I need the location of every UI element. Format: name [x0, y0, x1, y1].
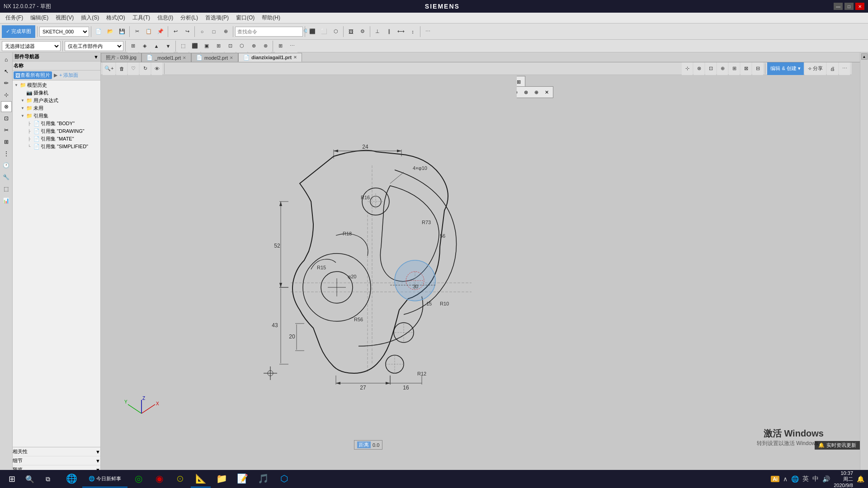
- print-btn[interactable]: 🖨: [827, 62, 838, 75]
- tree-unused[interactable]: ▼ 📁 未用: [14, 104, 99, 112]
- sidebar-layers[interactable]: ⬚: [1, 183, 12, 194]
- filter-select[interactable]: 无选择过滤器: [2, 41, 61, 51]
- sketch-action-3[interactable]: ⊡: [705, 62, 716, 75]
- tab-main-close[interactable]: ✕: [293, 55, 297, 60]
- tab-model2[interactable]: 📄 model2.prt ✕: [191, 53, 238, 62]
- tab-model1-close[interactable]: ✕: [183, 56, 186, 60]
- constraint-1[interactable]: ⊥: [372, 25, 383, 38]
- layer-btn6[interactable]: ⬡: [236, 40, 247, 52]
- zoom-in-btn[interactable]: 🔍+: [103, 62, 115, 75]
- view3d-button[interactable]: ⬛: [307, 25, 318, 38]
- taskbar-app-search[interactable]: 🌐 今日新鲜事: [82, 470, 127, 488]
- scope-select[interactable]: 仅在工作部件内: [65, 41, 123, 51]
- menu-analysis[interactable]: 分析(L): [177, 13, 202, 23]
- detail-section[interactable]: 细节 ▼: [13, 456, 100, 465]
- cut-button[interactable]: ✂: [132, 25, 142, 38]
- constraint-2[interactable]: ∥: [384, 25, 395, 38]
- minimize-button[interactable]: —: [834, 3, 843, 10]
- box-button[interactable]: ⬜: [319, 25, 330, 38]
- taskbar-search[interactable]: 🔍: [22, 471, 38, 487]
- maximize-button[interactable]: □: [844, 3, 854, 10]
- tree-model-history[interactable]: ▼ 📁 模型历史: [14, 81, 99, 89]
- menu-prefs[interactable]: 首选项(P): [202, 13, 232, 23]
- save-button[interactable]: 💾: [117, 25, 127, 38]
- sketch-action-6[interactable]: ⊠: [741, 62, 751, 75]
- sketch-action-4[interactable]: ⊕: [717, 62, 728, 75]
- ct-btn8[interactable]: ✕: [542, 87, 552, 97]
- taskbar-app-explorer[interactable]: 📁: [212, 470, 231, 488]
- curve-button[interactable]: ⬡: [330, 25, 341, 38]
- tree-refset-mate[interactable]: ├ 📄 引用集 "MATE": [14, 135, 99, 143]
- photo-btn[interactable]: 🖼: [345, 25, 356, 38]
- system-clock[interactable]: 10:37 周二 2020/9/8: [834, 470, 853, 488]
- tree-camera[interactable]: 📷 摄像机: [14, 89, 99, 97]
- open-button[interactable]: 📂: [105, 25, 116, 38]
- tree-refset-drawing[interactable]: ├ 📄 引用集 "DRAWING": [14, 127, 99, 135]
- rect-button[interactable]: □: [208, 25, 219, 38]
- menu-view[interactable]: 视图(V): [52, 13, 77, 23]
- taskbar-app-media[interactable]: 🎵: [253, 470, 273, 488]
- sidebar-draw[interactable]: ✏: [1, 78, 12, 89]
- menu-help[interactable]: 帮助(H): [258, 13, 284, 23]
- menu-info[interactable]: 信息(I): [154, 13, 177, 23]
- view-up[interactable]: ▲: [151, 40, 162, 52]
- delete-btn[interactable]: 🗑: [116, 62, 127, 75]
- view-orient[interactable]: ◈: [139, 40, 150, 52]
- network-icon[interactable]: 🌐: [791, 475, 799, 483]
- tree-userexpr[interactable]: ▼ 📁 用户表达式: [14, 97, 99, 104]
- circle-button[interactable]: ○: [197, 25, 208, 38]
- sketch-action-1[interactable]: ⊹: [682, 62, 693, 75]
- more-tools[interactable]: ⋯: [422, 25, 433, 38]
- refresh-btn[interactable]: ↻: [140, 62, 151, 75]
- menu-insert[interactable]: 插入(S): [77, 13, 103, 23]
- menu-task[interactable]: 任务(F): [2, 13, 27, 23]
- redo-button[interactable]: ↪: [182, 25, 193, 38]
- ct-btn6[interactable]: ⊗: [521, 87, 531, 97]
- sidebar-select[interactable]: ↖: [1, 66, 12, 77]
- view-all-photos-btn[interactable]: 🖼 查看所有照片: [14, 71, 52, 79]
- layer-btn5[interactable]: ⊡: [225, 40, 236, 52]
- taskbar-app-green[interactable]: ◎: [128, 470, 148, 488]
- taskbar-app-red[interactable]: ◉: [149, 470, 169, 488]
- sketch-action-2[interactable]: ⊗: [693, 62, 704, 75]
- snap-button[interactable]: ⊕: [220, 25, 231, 38]
- layer-btn8[interactable]: ⊗: [260, 40, 271, 52]
- sketch-action-5[interactable]: ⊞: [729, 62, 740, 75]
- taskbar-app-blue[interactable]: ⬡: [274, 470, 294, 488]
- snap-btn[interactable]: ⊞: [275, 40, 286, 52]
- ct-btn7[interactable]: ⊕: [531, 87, 541, 97]
- sketch-action-7[interactable]: ⊟: [752, 62, 763, 75]
- layer-btn2[interactable]: ⬛: [189, 40, 200, 52]
- view-down[interactable]: ▼: [163, 40, 174, 52]
- menu-edit[interactable]: 编辑(E): [27, 13, 52, 23]
- finish-sketch-button[interactable]: ✓ 完成草图: [2, 25, 35, 38]
- snap-grid[interactable]: ⊞: [127, 40, 138, 52]
- copy-button[interactable]: 📋: [143, 25, 154, 38]
- taskbar-app-word[interactable]: 📝: [232, 470, 252, 488]
- constraint-4[interactable]: ↕: [407, 25, 418, 38]
- expand-btn[interactable]: ▶: [54, 72, 57, 78]
- settings-btn[interactable]: ⚙: [357, 25, 368, 38]
- input-icon[interactable]: 中: [812, 475, 819, 483]
- sidebar-constraint[interactable]: ⊗: [1, 101, 12, 112]
- sidebar-offset[interactable]: ⊞: [1, 136, 12, 147]
- menu-window[interactable]: 窗口(O): [232, 13, 258, 23]
- new-button[interactable]: 📄: [93, 25, 104, 38]
- layer-btn4[interactable]: ⊞: [213, 40, 224, 52]
- layer-btn7[interactable]: ⊕: [248, 40, 259, 52]
- start-button[interactable]: ⊞: [4, 471, 20, 487]
- menu-format[interactable]: 格式(O): [103, 13, 128, 23]
- edit-create-btn[interactable]: 编辑 & 创建 ▾: [767, 62, 804, 75]
- sidebar-pattern[interactable]: ⋮: [1, 148, 12, 159]
- sidebar-tools[interactable]: 🔧: [1, 172, 12, 183]
- tab-main[interactable]: 📄 dianzixiagail1.prt ✕: [238, 53, 302, 62]
- news-ticker[interactable]: 🔔 实时资讯更新: [815, 441, 860, 450]
- command-search-input[interactable]: [236, 29, 302, 34]
- part-nav-expand[interactable]: ▼: [94, 54, 99, 60]
- close-button[interactable]: ✕: [855, 3, 864, 10]
- tb2-misc[interactable]: ⋯: [287, 40, 297, 52]
- taskbar-app-nx[interactable]: 📐: [191, 470, 211, 488]
- layer-btn[interactable]: ⬚: [178, 40, 189, 52]
- chevron-icon[interactable]: ∧: [783, 475, 788, 483]
- sidebar-mirror[interactable]: ⊡: [1, 113, 12, 124]
